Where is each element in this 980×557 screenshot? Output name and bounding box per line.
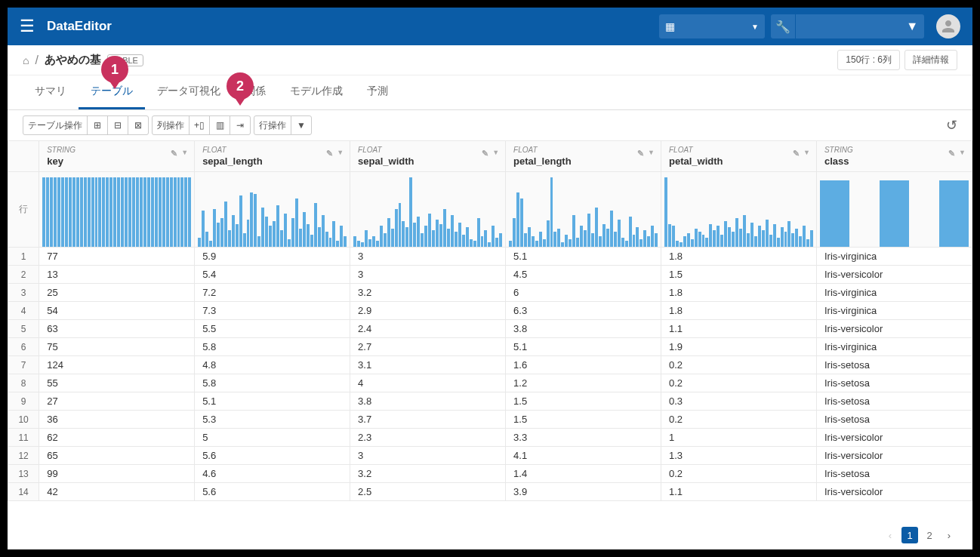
- cell[interactable]: 3.2: [350, 465, 506, 483]
- cell[interactable]: 13: [39, 266, 195, 284]
- cell[interactable]: 0.2: [661, 465, 817, 483]
- pencil-icon[interactable]: ✎: [948, 149, 955, 158]
- pencil-icon[interactable]: ✎: [793, 149, 800, 158]
- row-col-info[interactable]: 150行 : 6列: [837, 50, 900, 70]
- cell[interactable]: 4.1: [506, 447, 661, 465]
- cell[interactable]: 27: [39, 392, 195, 411]
- cell[interactable]: Iris-versicolor: [816, 266, 972, 284]
- cell[interactable]: 1.6: [506, 356, 661, 374]
- cell[interactable]: 5.9: [195, 248, 350, 266]
- cell[interactable]: 3.9: [506, 483, 661, 501]
- table-row[interactable]: 12655.634.11.3Iris-versicolor: [8, 447, 972, 465]
- layout-1-button[interactable]: ⊞: [87, 115, 108, 135]
- row-ops-button[interactable]: 行操作: [254, 115, 291, 135]
- column-header-class[interactable]: STRING class ✎ ▼: [816, 141, 972, 172]
- column-header-sepal_length[interactable]: FLOAT sepal_length ✎ ▼: [195, 141, 350, 172]
- cell[interactable]: 0.3: [661, 392, 817, 411]
- tab-summary[interactable]: サマリ: [23, 75, 79, 109]
- avatar[interactable]: [936, 14, 960, 38]
- cell[interactable]: 5.1: [195, 392, 350, 411]
- column-header-petal_width[interactable]: FLOAT petal_width ✎ ▼: [661, 141, 817, 172]
- cell[interactable]: Iris-versicolor: [816, 483, 972, 501]
- column-header-sepal_width[interactable]: FLOAT sepal_width ✎ ▼: [350, 141, 506, 172]
- cell[interactable]: Iris-versicolor: [816, 429, 972, 447]
- table-row[interactable]: 2135.434.51.5Iris-versicolor: [8, 266, 972, 284]
- cell[interactable]: 1.3: [661, 447, 817, 465]
- page-2[interactable]: 2: [921, 527, 938, 543]
- filter-button[interactable]: ▼: [291, 115, 312, 135]
- cell[interactable]: 1.8: [661, 248, 817, 266]
- cell[interactable]: 1.1: [661, 320, 817, 338]
- cell[interactable]: 1: [661, 429, 817, 447]
- tab-visualize[interactable]: データ可視化: [145, 75, 233, 109]
- table-row[interactable]: 71244.83.11.60.2Iris-setosa: [8, 356, 972, 374]
- cell[interactable]: 6: [506, 284, 661, 302]
- page-1[interactable]: 1: [901, 527, 918, 543]
- column-header-petal_length[interactable]: FLOAT petal_length ✎ ▼: [506, 141, 661, 172]
- pencil-icon[interactable]: ✎: [171, 149, 177, 158]
- cell[interactable]: 5.5: [195, 320, 350, 338]
- add-col-button[interactable]: +▯: [189, 115, 210, 135]
- cell[interactable]: 3.8: [506, 320, 661, 338]
- table-row[interactable]: 116252.33.31Iris-versicolor: [8, 429, 972, 447]
- cell[interactable]: 7.3: [195, 302, 350, 320]
- col-tool-2-button[interactable]: ▥: [209, 115, 230, 135]
- cell[interactable]: 5: [195, 429, 350, 447]
- cell[interactable]: 5.1: [506, 338, 661, 356]
- cell[interactable]: 3: [350, 266, 506, 284]
- cell[interactable]: 1.5: [506, 392, 661, 411]
- table-row[interactable]: 3257.23.261.8Iris-virginica: [8, 284, 972, 302]
- tool-select[interactable]: ▼: [796, 14, 924, 38]
- cell[interactable]: Iris-virginica: [816, 302, 972, 320]
- cell[interactable]: 0.2: [661, 356, 817, 374]
- page-prev[interactable]: ‹: [882, 527, 898, 543]
- chevron-down-icon[interactable]: ▼: [959, 149, 966, 156]
- menu-button[interactable]: ☰: [20, 17, 35, 36]
- cell[interactable]: 65: [39, 447, 195, 465]
- cell[interactable]: 7.2: [195, 284, 350, 302]
- cell[interactable]: Iris-setosa: [816, 411, 972, 429]
- chevron-down-icon[interactable]: ▼: [648, 149, 655, 156]
- cell[interactable]: 3.2: [350, 284, 506, 302]
- cell[interactable]: 5.8: [195, 338, 350, 356]
- cell[interactable]: Iris-setosa: [816, 356, 972, 374]
- cell[interactable]: 2.9: [350, 302, 506, 320]
- cell[interactable]: 75: [39, 338, 195, 356]
- cell[interactable]: Iris-setosa: [816, 374, 972, 392]
- history-button[interactable]: ↺: [946, 117, 957, 134]
- table-row[interactable]: 10365.33.71.50.2Iris-setosa: [8, 411, 972, 429]
- home-icon[interactable]: ⌂: [23, 54, 29, 66]
- cell[interactable]: 5.6: [195, 447, 350, 465]
- cell[interactable]: 1.5: [661, 266, 817, 284]
- cell[interactable]: 3.7: [350, 411, 506, 429]
- tab-model[interactable]: モデル作成: [278, 75, 355, 109]
- cell[interactable]: 1.8: [661, 302, 817, 320]
- column-header-key[interactable]: STRING key ✎ ▼: [39, 141, 195, 172]
- cell[interactable]: 4: [350, 374, 506, 392]
- project-select[interactable]: ▦ ▼: [659, 14, 765, 38]
- cell[interactable]: 1.9: [661, 338, 817, 356]
- cell[interactable]: Iris-versicolor: [816, 320, 972, 338]
- pencil-icon[interactable]: ✎: [637, 149, 644, 158]
- chevron-down-icon[interactable]: ▼: [181, 149, 188, 156]
- cell[interactable]: 5.3: [195, 411, 350, 429]
- cell[interactable]: Iris-versicolor: [816, 447, 972, 465]
- cell[interactable]: 4.5: [506, 266, 661, 284]
- pencil-icon[interactable]: ✎: [482, 149, 488, 158]
- cell[interactable]: Iris-virginica: [816, 338, 972, 356]
- cell[interactable]: 25: [39, 284, 195, 302]
- table-row[interactable]: 4547.32.96.31.8Iris-virginica: [8, 302, 972, 320]
- cell[interactable]: 36: [39, 411, 195, 429]
- cell[interactable]: 0.2: [661, 374, 817, 392]
- col-tool-3-button[interactable]: ⇥: [230, 115, 251, 135]
- cell[interactable]: 5.8: [195, 374, 350, 392]
- col-ops-button[interactable]: 列操作: [152, 115, 190, 135]
- layout-2-button[interactable]: ⊟: [107, 115, 128, 135]
- cell[interactable]: 4.8: [195, 356, 350, 374]
- cell[interactable]: 1.2: [506, 374, 661, 392]
- cell[interactable]: 124: [39, 356, 195, 374]
- cell[interactable]: 5.1: [506, 248, 661, 266]
- cell[interactable]: 1.1: [661, 483, 817, 501]
- table-ops-button[interactable]: テーブル操作: [23, 115, 88, 135]
- wrench-button[interactable]: 🔧: [771, 14, 795, 38]
